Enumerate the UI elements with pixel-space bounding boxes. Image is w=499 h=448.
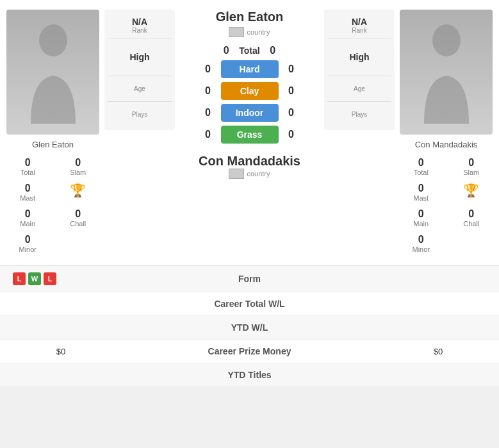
svg-point-0 [39,24,67,56]
ytd-wl-label: YTD W/L [109,322,390,333]
right-age-row: Age [327,76,391,101]
clay-right-score: 0 [279,85,304,97]
form-row: L W L Form [0,266,499,292]
right-country-row: country [229,169,270,179]
career-prize-label: Career Prize Money [109,346,390,356]
hard-surface-row: 0 Hard 0 [195,60,304,78]
left-stat-minor: 0 Minor [3,231,53,256]
left-country-row: country [229,27,270,37]
left-detail-panel: N/A Rank High Age Plays [104,10,175,130]
indoor-right-score: 0 [279,107,304,119]
left-trophy-icon: 🏆 [54,180,103,204]
right-high-row: High [327,38,391,76]
career-total-label: Career Total W/L [109,299,390,309]
right-stat-slam: 0 Slam [447,154,496,179]
grass-badge: Grass [221,126,279,144]
left-plays-label: Plays [108,111,172,118]
total-row: 0 Total 0 [213,45,285,56]
left-player-header-name: Glen Eaton [216,10,284,24]
left-stat-mast: 0 Mast [3,180,53,204]
form-badge-l2: L [44,272,56,285]
right-rank-value: N/A [327,17,391,27]
right-plays-row: Plays [327,101,391,127]
clay-surface-row: 0 Clay 0 [195,82,304,100]
center-panel: Glen Eaton country 0 Total 0 0 Hard 0 0 [177,10,322,181]
indoor-surface-row: 0 Indoor 0 [195,104,304,122]
hard-left-score: 0 [195,63,221,75]
total-right-score: 0 [260,45,286,56]
grass-right-score: 0 [279,129,304,140]
indoor-badge: Indoor [221,104,279,122]
left-stat-chall: 0 Chall [54,206,103,230]
left-stat-total: 0 Total [3,154,53,179]
right-high-value: High [327,52,391,62]
form-badge-w: W [28,272,41,285]
svg-point-1 [432,24,461,56]
left-rank-row: N/A Rank [108,13,172,38]
right-country-label: country [247,170,270,178]
grass-left-score: 0 [195,129,221,140]
left-rank-label: Rank [108,27,172,34]
left-player-avatar [6,10,99,135]
grass-surface-row: 0 Grass 0 [195,126,304,144]
form-label: Form [109,274,390,284]
right-stat-minor: 0 Minor [397,231,446,256]
left-player-photo-block: Glen Eaton 0 Total 0 Slam 0 Mast 🏆 [3,10,102,256]
left-high-value: High [108,52,172,62]
ytd-wl-row: YTD W/L [0,316,499,340]
career-total-row: Career Total W/L [0,292,499,316]
left-stat-main: 0 Main [3,206,53,230]
right-stat-chall: 0 Chall [447,206,496,230]
right-player-header-name: Con Mandadakis [199,154,300,169]
left-rank-value: N/A [108,17,172,27]
right-player-name: Con Mandadakis [415,140,478,149]
left-country-label: country [247,28,270,36]
clay-left-score: 0 [195,85,221,97]
left-player-name: Glen Eaton [32,140,74,149]
right-stats-grid: 0 Total 0 Slam 0 Mast 🏆 0 Main [397,154,496,256]
right-stat-main: 0 Main [397,206,446,230]
left-plays-row: Plays [108,101,172,127]
hard-right-score: 0 [279,63,304,75]
right-rank-label: Rank [327,27,391,34]
hard-badge: Hard [221,60,279,78]
indoor-left-score: 0 [195,107,221,119]
right-player-avatar [400,10,493,135]
left-high-row: High [108,38,172,76]
left-age-row: Age [108,76,172,101]
career-prize-right: $0 [390,347,486,356]
total-left-score: 0 [213,45,239,56]
right-player-photo-block: Con Mandadakis 0 Total 0 Slam 0 Mast 🏆 [397,10,496,256]
left-age-label: Age [108,85,172,92]
left-country-flag [229,27,244,37]
right-stat-total: 0 Total [397,154,446,179]
right-stat-mast: 0 Mast [397,180,446,204]
career-prize-left: $0 [13,347,109,356]
ytd-titles-row: YTD Titles [0,363,499,387]
right-detail-panel: N/A Rank High Age Plays [324,10,395,130]
total-label: Total [239,46,259,56]
bottom-section: L W L Form Career Total W/L YTD W/L $0 C… [0,265,499,387]
right-trophy-icon: 🏆 [447,180,496,204]
left-stat-slam: 0 Slam [54,154,103,179]
left-stats-grid: 0 Total 0 Slam 0 Mast 🏆 0 Main [3,154,102,256]
career-prize-row: $0 Career Prize Money $0 [0,340,499,363]
form-badges-left: L W L [13,272,109,285]
right-age-label: Age [327,85,391,92]
right-rank-row: N/A Rank [327,13,391,38]
right-plays-label: Plays [327,111,391,118]
ytd-titles-label: YTD Titles [109,370,390,380]
form-badge-l1: L [13,272,26,285]
clay-badge: Clay [221,82,279,100]
right-country-flag [229,169,244,179]
